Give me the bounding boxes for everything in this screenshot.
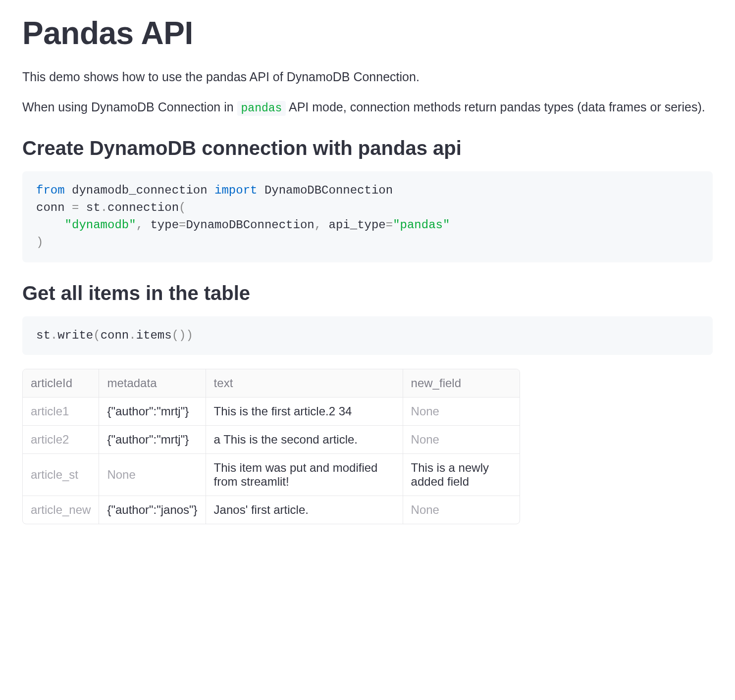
table-row: article_stNoneThis item was put and modi…	[23, 454, 520, 496]
cell-text: a This is the second article.	[206, 426, 403, 454]
cell-metadata: None	[99, 454, 206, 496]
items-table: articleId metadata text new_field articl…	[22, 369, 520, 524]
intro-paragraph-2: When using DynamoDB Connection in pandas…	[22, 98, 713, 118]
cell-text: This item was put and modified from stre…	[206, 454, 403, 496]
cell-text: This is the first article.2 34	[206, 398, 403, 426]
intro-paragraph-1: This demo shows how to use the pandas AP…	[22, 67, 713, 87]
cell-text: Janos' first article.	[206, 496, 403, 524]
inline-code-pandas: pandas	[237, 101, 286, 116]
cell-metadata: {"author":"mrtj"}	[99, 398, 206, 426]
cell-newfield: None	[403, 496, 520, 524]
cell-metadata: {"author":"mrtj"}	[99, 426, 206, 454]
cell-newfield: This is a newly added field	[403, 454, 520, 496]
table-row: article_new{"author":"janos"}Janos' firs…	[23, 496, 520, 524]
table-header-articleid: articleId	[23, 369, 99, 398]
cell-articleid: article_st	[23, 454, 99, 496]
table-row: article1{"author":"mrtj"}This is the fir…	[23, 398, 520, 426]
section-heading-create-connection: Create DynamoDB connection with pandas a…	[22, 137, 713, 159]
cell-articleid: article1	[23, 398, 99, 426]
cell-articleid: article2	[23, 426, 99, 454]
section-heading-get-items: Get all items in the table	[22, 282, 713, 304]
table-row: article2{"author":"mrtj"}a This is the s…	[23, 426, 520, 454]
table-header-newfield: new_field	[403, 369, 520, 398]
cell-newfield: None	[403, 426, 520, 454]
cell-newfield: None	[403, 398, 520, 426]
table-header-row: articleId metadata text new_field	[23, 369, 520, 398]
page-title: Pandas API	[22, 15, 713, 51]
cell-articleid: article_new	[23, 496, 99, 524]
table-header-metadata: metadata	[99, 369, 206, 398]
code-block-create-connection: from dynamodb_connection import DynamoDB…	[22, 171, 713, 262]
cell-metadata: {"author":"janos"}	[99, 496, 206, 524]
table-header-text: text	[206, 369, 403, 398]
code-block-get-items: st.write(conn.items())	[22, 316, 713, 355]
